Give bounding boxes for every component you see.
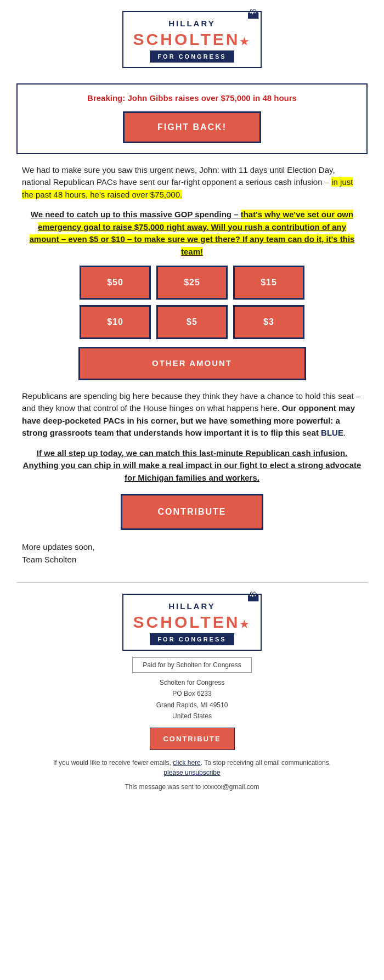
footer-michigan-icon: 🏔 <box>247 588 259 606</box>
footer-logo-hillary: HILLARY <box>133 600 251 613</box>
footer-po: PO Box 6233 <box>22 688 362 699</box>
other-amount-button[interactable]: OTHER AMOUNT <box>78 347 306 380</box>
paragraph-3: Republicans are spending big here becaus… <box>22 390 362 440</box>
paid-for-box: Paid for by Scholten for Congress <box>132 657 251 673</box>
michigan-icon: 🏔 <box>247 5 259 24</box>
unsubscribe-link[interactable]: please unsubscribe <box>163 769 220 776</box>
main-content: We had to make sure you saw this urgent … <box>0 154 384 531</box>
donation-3-button[interactable]: $3 <box>233 305 304 339</box>
signoff-line-2: Team Scholten <box>22 554 362 566</box>
header-logo: 🏔 HILLARY SCHOLTEN★ FOR CONGRESS <box>0 0 384 74</box>
logo-hillary: HILLARY <box>133 18 251 30</box>
logo-box: 🏔 HILLARY SCHOLTEN★ FOR CONGRESS <box>122 11 262 68</box>
divider <box>16 582 368 583</box>
signoff-line-1: More updates soon, <box>22 541 362 554</box>
footer-country: United States <box>22 711 362 722</box>
footer-logo-box: 🏔 HILLARY SCHOLTEN★ FOR CONGRESS <box>122 594 262 651</box>
footer-logo-scholten: SCHOLTEN★ <box>133 613 251 631</box>
footer-city: Grand Rapids, MI 49510 <box>22 700 362 711</box>
footer-org: Scholten for Congress <box>22 677 362 688</box>
footer-email-notice: This message was sent to xxxxxx@gmail.co… <box>22 782 362 792</box>
sign-off: More updates soon, Team Scholten <box>22 541 362 566</box>
donation-50-button[interactable]: $50 <box>80 266 151 300</box>
footer-address: Scholten for Congress PO Box 6233 Grand … <box>22 677 362 722</box>
footer-section: 🏔 HILLARY SCHOLTEN★ FOR CONGRESS Paid fo… <box>0 594 384 803</box>
paragraph-2: We need to catch up to this massive GOP … <box>22 209 362 258</box>
logo-star: ★ <box>240 36 251 47</box>
donation-row-1: $50 $25 $15 <box>22 266 362 300</box>
footer-contribute-button[interactable]: CONTRIBUTE <box>150 728 235 751</box>
logo-scholten: SCHOLTEN★ <box>133 30 251 48</box>
breaking-text: Breaking: John Gibbs raises over $75,000… <box>29 92 355 105</box>
footer-logo-star: ★ <box>240 619 251 630</box>
donation-5-button[interactable]: $5 <box>156 305 228 339</box>
paragraph-4: If we all step up today, we can match th… <box>22 447 362 485</box>
breaking-box: Breaking: John Gibbs raises over $75,000… <box>16 83 368 154</box>
donation-15-button[interactable]: $15 <box>233 266 304 300</box>
paragraph-1: We had to make sure you saw this urgent … <box>22 164 362 201</box>
footer-unsubscribe: If you would like to receive fewer email… <box>22 758 362 778</box>
donation-10-button[interactable]: $10 <box>80 305 151 339</box>
fight-back-button[interactable]: FIGHT BACK! <box>123 111 261 143</box>
footer-logo-for-congress: FOR CONGRESS <box>150 633 234 646</box>
donation-row-2: $10 $5 $3 <box>22 305 362 339</box>
logo-for-congress: FOR CONGRESS <box>150 50 234 63</box>
click-here-link[interactable]: click here <box>173 759 201 767</box>
blue-word: BLUE <box>321 428 343 437</box>
contribute-button[interactable]: CONTRIBUTE <box>121 494 263 530</box>
donation-25-button[interactable]: $25 <box>156 266 228 300</box>
